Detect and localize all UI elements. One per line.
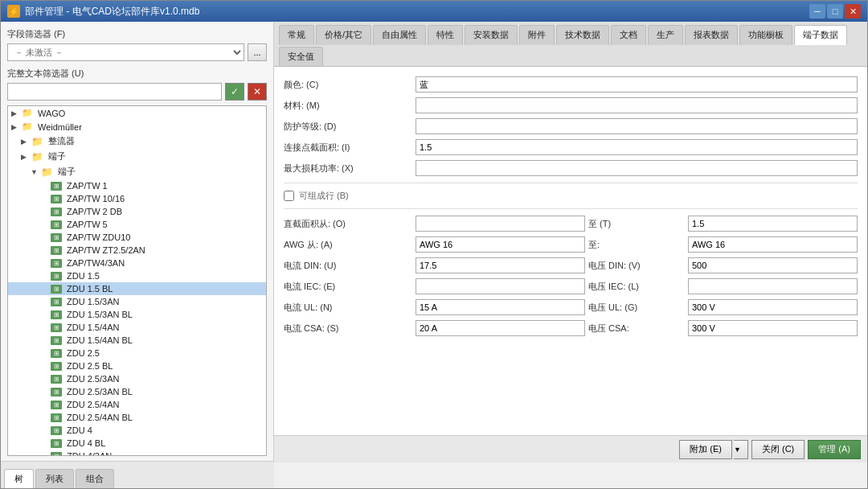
awg-to-input[interactable] xyxy=(688,236,858,253)
tree-item[interactable]: ⊞ZAP/TW4/3AN xyxy=(8,257,266,269)
bottom-tab-组合[interactable]: 组合 xyxy=(76,469,114,488)
section-divider-1 xyxy=(284,183,858,183)
double-col-form: 直截面积从: (O) 至 (T) AWG 从: (A) 至: 电流 DIN: (… xyxy=(284,216,858,336)
maxpower-input[interactable] xyxy=(416,160,858,176)
tree-item[interactable]: ⊞ZDU 4 xyxy=(8,424,266,437)
tree-item[interactable]: ⊞ZAP/TW 2 DB xyxy=(8,205,266,218)
awg-to-label: 至: xyxy=(588,239,685,251)
cancel-button[interactable]: 关闭 (C) xyxy=(751,440,805,459)
tab-特性[interactable]: 特性 xyxy=(428,25,463,45)
crosssection-label: 连接点截面积: (I) xyxy=(284,142,412,154)
tab-端子数据[interactable]: 端子数据 xyxy=(794,25,847,45)
minimize-button[interactable]: ─ xyxy=(809,4,825,18)
voltage-ul-label: 电压 UL: (G) xyxy=(588,302,685,314)
current-din-input[interactable] xyxy=(416,257,585,273)
voltage-din-input[interactable] xyxy=(688,257,858,273)
component-tree[interactable]: ▶📁WAGO▶📁Weidmüller▶📁整流器▶📁端子▼📁端子⊞ZAP/TW 1… xyxy=(7,105,267,456)
tree-item[interactable]: ▼📁端子 xyxy=(8,164,266,179)
field-filter-btn[interactable]: ... xyxy=(248,43,267,61)
voltage-din-label: 电压 DIN: (V) xyxy=(588,260,685,272)
tree-item[interactable]: ⊞ZAP/TW ZDU10 xyxy=(8,231,266,244)
material-input[interactable] xyxy=(416,97,858,113)
field-filter-section: 字段筛选器 (F) － 未激活 － ... xyxy=(7,28,267,61)
add-button-label: 附加 (E) xyxy=(690,443,722,455)
window-controls: ─ □ ✕ xyxy=(809,4,861,18)
bottom-tab-列表[interactable]: 列表 xyxy=(35,469,74,488)
maximize-button[interactable]: □ xyxy=(827,4,843,18)
bottom-action-bar: 附加 (E) ▼ 关闭 (C) 管理 (A) xyxy=(274,435,867,462)
tree-item[interactable]: ⊞ZDU 1.5 xyxy=(8,269,266,282)
maxpower-label: 最大损耗功率: (X) xyxy=(284,162,412,175)
can-combine-checkbox[interactable] xyxy=(284,191,294,201)
voltage-iec-input[interactable] xyxy=(688,278,858,294)
direct-from-input[interactable] xyxy=(416,216,585,232)
voltage-csa-input[interactable] xyxy=(688,320,858,336)
tab-安装数据[interactable]: 安装数据 xyxy=(465,25,518,45)
tree-item[interactable]: ⊞ZDU 2.5/3AN BL xyxy=(8,385,266,398)
current-iec-label: 电流 IEC: (E) xyxy=(284,281,412,293)
tab-文档[interactable]: 文档 xyxy=(611,25,646,45)
tab-技术数据[interactable]: 技术数据 xyxy=(556,25,609,45)
tree-item[interactable]: ▶📁WAGO xyxy=(8,106,266,120)
tree-item[interactable]: ⊞ZDU 2.5 xyxy=(8,347,266,360)
bottom-tabs-bar: 树列表组合 xyxy=(1,461,274,488)
bottom-tab-树[interactable]: 树 xyxy=(4,469,34,488)
tree-item[interactable]: ⊞ZDU 2.5 BL xyxy=(8,360,266,372)
tab-功能橱板[interactable]: 功能橱板 xyxy=(739,25,792,45)
tab-常规[interactable]: 常规 xyxy=(279,25,314,45)
tree-item[interactable]: ⊞ZDU 4/3AN xyxy=(8,450,266,456)
tree-item[interactable]: ▶📁端子 xyxy=(8,149,266,164)
field-filter-select[interactable]: － 未激活 － xyxy=(7,43,244,61)
tab-自由属性[interactable]: 自由属性 xyxy=(373,25,426,45)
tree-item[interactable]: ⊞ZDU 4 BL xyxy=(8,437,266,450)
tab-报表数据[interactable]: 报表数据 xyxy=(685,25,738,45)
section-divider-2 xyxy=(284,208,858,209)
tab-生产[interactable]: 生产 xyxy=(648,25,683,45)
protection-input[interactable] xyxy=(416,118,858,134)
protection-label: 防护等级: (D) xyxy=(284,121,412,133)
left-panel: 字段筛选器 (F) － 未激活 － ... 完整文本筛选器 (U) ✓ xyxy=(1,22,274,462)
tree-item[interactable]: ▶📁Weidmüller xyxy=(8,120,266,134)
voltage-ul-input[interactable] xyxy=(688,299,858,315)
tree-item[interactable]: ⊞ZDU 1.5/3AN xyxy=(8,295,266,308)
tree-item[interactable]: ⊞ZDU 2.5/4AN BL xyxy=(8,411,266,424)
tree-item[interactable]: ⊞ZAP/TW 10/16 xyxy=(8,192,266,205)
current-ul-input[interactable] xyxy=(416,299,585,315)
tree-item[interactable]: ⊞ZDU 1.5 BL xyxy=(8,282,266,295)
tree-item[interactable]: ⊞ZAP/TW ZT2.5/2AN xyxy=(8,244,266,257)
tree-item[interactable]: ⊞ZDU 1.5/3AN BL xyxy=(8,308,266,321)
tree-item[interactable]: ⊞ZDU 2.5/3AN xyxy=(8,372,266,385)
awg-from-input[interactable] xyxy=(416,236,585,253)
add-dropdown-btn[interactable]: ▼ xyxy=(734,440,748,459)
title-bar: ⚡ 部件管理 - 电气CAD论坛部件库v1.0.mdb ─ □ ✕ xyxy=(1,1,867,22)
current-iec-input[interactable] xyxy=(416,278,585,294)
filter-add-btn[interactable]: ✓ xyxy=(225,83,244,101)
tree-item[interactable]: ⊞ZDU 2.5/4AN xyxy=(8,398,266,411)
window-title: 部件管理 - 电气CAD论坛部件库v1.0.mdb xyxy=(25,5,199,18)
right-panel: 常规价格/其它自由属性特性安装数据附件技术数据文档生产报表数据功能橱板端子数据安… xyxy=(274,22,867,462)
direct-from-label: 直截面积从: (O) xyxy=(284,218,412,230)
filter-clear-btn[interactable]: ✕ xyxy=(248,83,267,101)
tree-item[interactable]: ▶📁整流器 xyxy=(8,134,266,149)
color-input[interactable] xyxy=(416,76,858,92)
tab-安全值[interactable]: 安全值 xyxy=(279,47,323,66)
current-csa-input[interactable] xyxy=(416,320,585,336)
tree-item[interactable]: ⊞ZAP/TW 1 xyxy=(8,179,266,192)
content-area: 颜色: (C) 材料: (M) 防护等级: (D) 连接点截面积: (I) 最大… xyxy=(274,67,867,435)
crosssection-input[interactable] xyxy=(416,139,858,155)
can-combine-label: 可组成行 (B) xyxy=(299,190,349,202)
tab-附件[interactable]: 附件 xyxy=(519,25,555,45)
tree-item[interactable]: ⊞ZDU 1.5/4AN BL xyxy=(8,334,266,347)
confirm-button[interactable]: 管理 (A) xyxy=(808,440,861,459)
add-button[interactable]: 附加 (E) xyxy=(679,440,732,459)
current-csa-label: 电流 CSA: (S) xyxy=(284,323,412,335)
text-filter-input[interactable] xyxy=(7,83,222,101)
voltage-csa-label: 电压 CSA: xyxy=(588,323,685,335)
tree-item[interactable]: ⊞ZDU 1.5/4AN xyxy=(8,321,266,334)
direct-to-input[interactable] xyxy=(688,216,858,232)
tab-价格/其它[interactable]: 价格/其它 xyxy=(316,25,371,45)
close-button[interactable]: ✕ xyxy=(845,4,861,18)
tree-item[interactable]: ⊞ZAP/TW 5 xyxy=(8,218,266,231)
current-din-label: 电流 DIN: (U) xyxy=(284,260,412,272)
current-ul-label: 电流 UL: (N) xyxy=(284,302,412,314)
